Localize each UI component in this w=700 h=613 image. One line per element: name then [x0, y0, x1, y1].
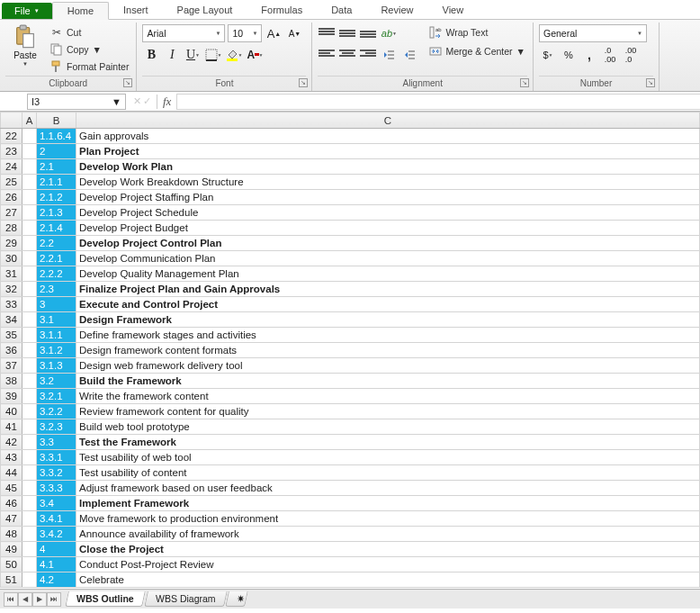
- cell-wbs-number[interactable]: 3.2.1: [37, 389, 76, 404]
- cell[interactable]: [22, 282, 37, 297]
- cell-wbs-number[interactable]: 3.4.2: [37, 527, 76, 542]
- cell-wbs-number[interactable]: 2.1.2: [37, 190, 76, 205]
- cell-wbs-number[interactable]: 3.4: [37, 496, 76, 511]
- row-header[interactable]: 43: [1, 450, 22, 465]
- cell-task-name[interactable]: Implement Framework: [76, 496, 700, 511]
- cell-wbs-number[interactable]: 4.1: [37, 557, 76, 572]
- cell-task-name[interactable]: Plan Project: [76, 144, 700, 159]
- cell[interactable]: [22, 159, 37, 175]
- cell-task-name[interactable]: Review framework content for quality: [76, 404, 700, 419]
- align-bottom-button[interactable]: [359, 24, 377, 42]
- cell[interactable]: [22, 572, 37, 588]
- cell[interactable]: [22, 221, 37, 236]
- cell-task-name[interactable]: Write the framework content: [76, 389, 700, 404]
- row-header[interactable]: 46: [1, 496, 22, 511]
- number-format-select[interactable]: General▼: [539, 24, 647, 42]
- increase-indent-button[interactable]: [400, 46, 418, 64]
- cell-task-name[interactable]: Test the Framework: [76, 435, 700, 450]
- cell[interactable]: [22, 511, 37, 527]
- row-header[interactable]: 40: [1, 404, 22, 419]
- cell-task-name[interactable]: Close the Project: [76, 542, 700, 557]
- tab-review[interactable]: Review: [366, 2, 427, 19]
- column-header-a[interactable]: A: [22, 113, 37, 129]
- row-header[interactable]: 23: [1, 144, 22, 159]
- row-header[interactable]: 47: [1, 511, 22, 527]
- sheet-nav-next[interactable]: ▶: [32, 592, 47, 607]
- dialog-launcher-icon[interactable]: ↘: [520, 78, 529, 87]
- cell-task-name[interactable]: Conduct Post-Project Review: [76, 557, 700, 572]
- borders-button[interactable]: ▼: [204, 46, 222, 64]
- cell-wbs-number[interactable]: 2.2.1: [37, 251, 76, 266]
- dialog-launcher-icon[interactable]: ↘: [646, 78, 655, 87]
- row-header[interactable]: 31: [1, 266, 22, 282]
- cell-task-name[interactable]: Build web tool prototype: [76, 419, 700, 435]
- cell-task-name[interactable]: Design web framework delivery tool: [76, 358, 700, 374]
- cell-wbs-number[interactable]: 3.2: [37, 374, 76, 389]
- align-center-button[interactable]: [338, 46, 356, 64]
- tab-formulas[interactable]: Formulas: [247, 2, 317, 19]
- increase-decimal-button[interactable]: .0.00: [601, 46, 619, 64]
- cell[interactable]: [22, 236, 37, 251]
- accounting-format-button[interactable]: $▼: [539, 46, 557, 64]
- cell-wbs-number[interactable]: 3.2.2: [37, 404, 76, 419]
- cell[interactable]: [22, 557, 37, 572]
- cell-task-name[interactable]: Develop Project Control Plan: [76, 236, 700, 251]
- align-top-button[interactable]: [318, 24, 336, 42]
- cell-task-name[interactable]: Test usability of content: [76, 465, 700, 481]
- cell[interactable]: [22, 328, 37, 343]
- cell-wbs-number[interactable]: 3.4.1: [37, 511, 76, 527]
- cell-task-name[interactable]: Celebrate: [76, 572, 700, 588]
- percent-format-button[interactable]: %: [560, 46, 578, 64]
- cell-task-name[interactable]: Develop Work Breakdown Structure: [76, 175, 700, 190]
- cell[interactable]: [22, 297, 37, 312]
- cell[interactable]: [22, 358, 37, 374]
- underline-button[interactable]: U▼: [184, 46, 202, 64]
- cell-wbs-number[interactable]: 3.3: [37, 435, 76, 450]
- cell[interactable]: [22, 190, 37, 205]
- cell-task-name[interactable]: Announce availability of framework: [76, 527, 700, 542]
- cell-task-name[interactable]: Develop Project Schedule: [76, 205, 700, 221]
- dialog-launcher-icon[interactable]: ↘: [123, 78, 132, 87]
- worksheet-grid[interactable]: A B C 221.1.6.4Gain approvals232Plan Pro…: [0, 112, 700, 589]
- row-header[interactable]: 35: [1, 328, 22, 343]
- sheet-tab-wbs-outline[interactable]: WBS Outline: [65, 591, 145, 607]
- merge-center-button[interactable]: Merge & Center ▼: [427, 43, 527, 59]
- cell-wbs-number[interactable]: 3.3.3: [37, 481, 76, 496]
- tab-insert[interactable]: Insert: [109, 2, 163, 19]
- cut-button[interactable]: ✂ Cut: [49, 24, 130, 40]
- row-header[interactable]: 30: [1, 251, 22, 266]
- cell-task-name[interactable]: Develop Communication Plan: [76, 251, 700, 266]
- row-header[interactable]: 48: [1, 527, 22, 542]
- row-header[interactable]: 36: [1, 343, 22, 358]
- cell-wbs-number[interactable]: 2.1.1: [37, 175, 76, 190]
- cell[interactable]: [22, 175, 37, 190]
- cell-wbs-number[interactable]: 4.2: [37, 572, 76, 588]
- row-header[interactable]: 24: [1, 159, 22, 175]
- cell[interactable]: [22, 266, 37, 282]
- row-header[interactable]: 41: [1, 419, 22, 435]
- row-header[interactable]: 34: [1, 312, 22, 328]
- row-header[interactable]: 44: [1, 465, 22, 481]
- cell-wbs-number[interactable]: 3: [37, 297, 76, 312]
- comma-format-button[interactable]: ,: [580, 46, 598, 64]
- tab-page-layout[interactable]: Page Layout: [163, 2, 247, 19]
- orientation-button[interactable]: ab▼: [380, 24, 398, 42]
- copy-button[interactable]: Copy ▼: [49, 41, 130, 57]
- cell-task-name[interactable]: Develop Quality Management Plan: [76, 266, 700, 282]
- cell-task-name[interactable]: Adjust framework based on user feedback: [76, 481, 700, 496]
- cell[interactable]: [22, 144, 37, 159]
- fx-label[interactable]: fx: [157, 95, 176, 109]
- cell[interactable]: [22, 496, 37, 511]
- cell[interactable]: [22, 419, 37, 435]
- tab-view[interactable]: View: [428, 2, 479, 19]
- cell-wbs-number[interactable]: 2.1.4: [37, 221, 76, 236]
- cell[interactable]: [22, 312, 37, 328]
- column-header-c[interactable]: C: [76, 113, 700, 129]
- cell-task-name[interactable]: Develop Project Budget: [76, 221, 700, 236]
- decrease-decimal-button[interactable]: .00.0: [622, 46, 640, 64]
- row-header[interactable]: 38: [1, 374, 22, 389]
- grow-font-button[interactable]: A▲: [265, 24, 283, 42]
- row-header[interactable]: 22: [1, 129, 22, 144]
- cell-wbs-number[interactable]: 2.3: [37, 282, 76, 297]
- cell-task-name[interactable]: Design Framework: [76, 312, 700, 328]
